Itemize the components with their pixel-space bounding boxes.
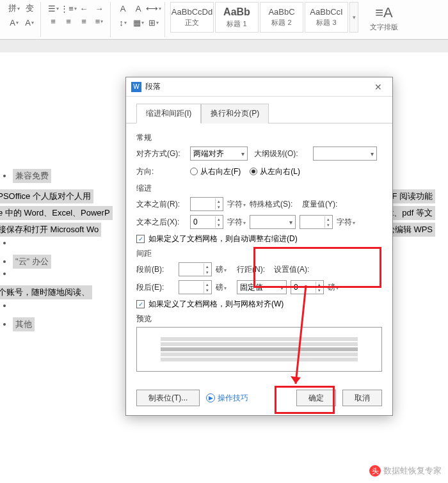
style-preview: AaBbC — [268, 7, 294, 17]
style-item-h2[interactable]: AaBbC 标题 2 — [260, 2, 303, 33]
ribbon-group-phonetic: 拼 变 A A — [3, 2, 41, 37]
section-general: 常规 — [136, 132, 382, 143]
cancel-button[interactable]: 取消 — [342, 390, 382, 406]
special-combo[interactable] — [250, 215, 296, 229]
font-icon[interactable]: A — [7, 16, 21, 29]
setval-label: 设置值(A): — [274, 264, 326, 275]
unit[interactable]: 字符 — [337, 217, 355, 228]
section-spacing: 间距 — [136, 248, 382, 259]
preview-line — [161, 347, 358, 351]
paragraph-dialog: W 段落 ✕ 缩进和间距(I) 换行和分页(P) 常规 对齐方式(G): 两端对… — [125, 77, 393, 416]
unit[interactable]: 磅 — [328, 282, 339, 293]
dialog-tabs: 缩进和间距(I) 换行和分页(P) — [126, 97, 392, 123]
dialog-footer: 制表位(T)... 操作技巧 确定 取消 — [126, 384, 392, 415]
direction-label: 方向: — [136, 166, 186, 177]
unit[interactable]: 磅 — [216, 282, 227, 293]
style-gallery-dropdown[interactable]: ▾ — [349, 2, 358, 33]
char-border-icon[interactable]: A — [116, 2, 130, 15]
preview-line — [161, 342, 358, 346]
after-para-label: 段后(E): — [136, 282, 175, 293]
style-preview: AaBb — [223, 6, 250, 18]
tips-link[interactable]: 操作技巧 — [206, 393, 248, 404]
numbering-icon[interactable]: ⋮≡ — [61, 2, 76, 15]
unit[interactable]: 字符 — [227, 199, 246, 210]
text-after-input[interactable]: ▴▾ — [190, 215, 223, 229]
text-layout-icon: ≡A — [375, 3, 393, 22]
preview-line — [161, 358, 358, 361]
radio-dot — [250, 168, 257, 175]
section-indent: 缩进 — [136, 183, 382, 194]
char-shade-icon[interactable]: A — [131, 2, 145, 15]
char-icon[interactable]: 变 — [22, 2, 36, 15]
measure-label: 度量值(Y): — [302, 199, 340, 210]
dialog-body: 常规 对齐方式(G): 两端对齐 大纲级别(O): 方向: 从右向左(F) 从左… — [126, 123, 392, 384]
unit[interactable]: 字符 — [227, 217, 246, 228]
ribbon-toolbar: 拼 变 A A ☰ ⋮≡ ← → ≡ ≡ ≡ ≡ A A ⟷ ↕ ▦ ⊞ — [0, 0, 448, 40]
after-para-input[interactable]: ▴▾ — [179, 280, 212, 294]
ribbon-group-paragraph: ☰ ⋮≡ ← → ≡ ≡ ≡ ≡ — [42, 2, 111, 37]
radio-ltr[interactable]: 从左向右(L) — [250, 166, 300, 177]
indent-decrease-icon[interactable]: ← — [77, 2, 91, 15]
text-direction-icon[interactable]: ⟷ — [147, 2, 161, 15]
text-after-label: 文本之后(X): — [136, 217, 186, 228]
style-label: 标题 2 — [271, 18, 291, 28]
indent-increase-icon[interactable]: → — [92, 2, 106, 15]
text-layout-label: 文字排版 — [370, 22, 398, 32]
ok-button[interactable]: 确定 — [296, 390, 336, 406]
tabstops-button[interactable]: 制表位(T)... — [136, 390, 200, 406]
style-label: 标题 3 — [316, 18, 336, 28]
style-label: 标题 1 — [227, 19, 246, 29]
dialog-titlebar: W 段落 ✕ — [126, 77, 392, 97]
text-before-input[interactable]: ▴▾ — [190, 197, 223, 211]
unit[interactable]: 磅 — [216, 264, 227, 275]
shading-icon[interactable]: ▦ — [131, 16, 145, 29]
phonetic-icon[interactable]: 拼 — [7, 2, 21, 15]
indent-grid-check[interactable]: 如果定义了文档网格，则自动调整右缩进(D) — [136, 234, 382, 244]
tab-line-page[interactable]: 换行和分页(P) — [201, 104, 269, 123]
heading: 其他 — [13, 317, 35, 331]
setval-input[interactable]: ▴▾ — [291, 280, 324, 294]
align-label: 对齐方式(G): — [136, 148, 186, 159]
line-spacing-icon[interactable]: ↕ — [116, 16, 130, 29]
ribbon-group-para2: A A ⟷ ↕ ▦ ⊞ — [112, 2, 165, 37]
measure-input[interactable]: ▴▾ — [300, 215, 333, 229]
bullets-icon[interactable]: ☰ — [46, 2, 60, 15]
watermark: 数据蛙恢复专家 — [369, 465, 442, 477]
close-button[interactable]: ✕ — [369, 80, 387, 94]
text-before-label: 文本之前(R): — [136, 199, 186, 210]
line-spacing-label: 行距(N): — [237, 264, 270, 275]
style-item-h3[interactable]: AaBbCcI 标题 3 — [305, 2, 348, 33]
style-item-normal[interactable]: AaBbCcDd 正文 — [170, 2, 214, 33]
style-label: 正文 — [185, 18, 199, 28]
checkbox-icon — [136, 300, 145, 308]
align-left-icon[interactable]: ≡ — [46, 15, 60, 28]
align-right-icon[interactable]: ≡ — [77, 15, 91, 28]
align-combo[interactable]: 两端对齐 — [190, 146, 248, 161]
border-icon[interactable]: ⊞ — [147, 16, 161, 29]
before-para-input[interactable]: ▴▾ — [179, 262, 212, 276]
text-line: WPSOffice 个人版对个人用 — [0, 189, 93, 203]
preview-line — [161, 337, 358, 341]
align-center-icon[interactable]: ≡ — [61, 15, 76, 28]
dialog-icon: W — [131, 82, 141, 92]
ribbon-group-styles: AaBbCcDd 正文 AaBb 标题 1 AaBbC 标题 2 AaBbCcI… — [166, 2, 362, 37]
radio-dot — [190, 168, 198, 175]
meta-icon[interactable]: A — [22, 16, 36, 29]
line-spacing-combo[interactable]: 固定值 — [237, 280, 287, 294]
style-preview: AaBbCcDd — [172, 7, 212, 17]
outline-label: 大纲级别(O): — [254, 148, 309, 159]
text-line: 直接保存和打开 Microsoft Wo — [0, 223, 101, 237]
outline-combo[interactable] — [313, 146, 377, 161]
spacing-grid-check[interactable]: 如果定义了文档网格，则与网格对齐(W) — [136, 299, 382, 310]
tab-indent-spacing[interactable]: 缩进和间距(I) — [136, 104, 201, 123]
before-para-label: 段前(B): — [136, 264, 175, 275]
text-layout-button[interactable]: ≡A 文字排版 — [367, 2, 401, 32]
radio-rtl[interactable]: 从右向左(F) — [190, 166, 241, 177]
ribbon-group-text-layout: ≡A 文字排版 — [364, 2, 404, 37]
preview-box — [136, 327, 382, 372]
style-preview: AaBbCcI — [310, 7, 342, 17]
align-justify-icon[interactable]: ≡ — [92, 15, 106, 28]
style-item-h1[interactable]: AaBb 标题 1 — [215, 2, 259, 33]
dialog-title: 段落 — [145, 81, 369, 92]
text-line: 一个账号，随时随地阅读、 — [0, 285, 92, 299]
